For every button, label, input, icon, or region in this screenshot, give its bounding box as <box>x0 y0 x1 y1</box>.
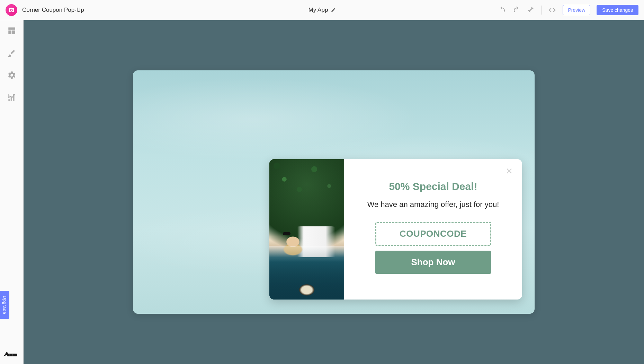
app-name-group: My App <box>308 7 336 14</box>
svg-point-2 <box>9 355 10 356</box>
analytics-icon[interactable] <box>7 93 16 102</box>
page-title: Corner Coupon Pop-Up <box>22 7 84 14</box>
popup-image-sunglasses <box>283 232 290 235</box>
mascot-icon <box>2 347 19 357</box>
close-icon <box>506 167 513 174</box>
topbar-left: Corner Coupon Pop-Up <box>6 4 84 16</box>
preview-stage[interactable]: 50% Special Deal! We have an amazing off… <box>133 70 535 314</box>
svg-point-3 <box>12 355 13 356</box>
popup-image <box>269 159 344 300</box>
brush-icon[interactable] <box>7 49 16 58</box>
toolbar-separator <box>542 6 542 15</box>
popup-subtitle: We have an amazing offer, just for you! <box>367 199 499 210</box>
upgrade-tab[interactable]: Upgrade <box>0 291 9 319</box>
hammer-icon[interactable] <box>527 6 535 14</box>
popup-title: 50% Special Deal! <box>389 181 477 192</box>
app-logo[interactable] <box>6 4 17 16</box>
code-icon[interactable] <box>548 6 556 14</box>
undo-icon[interactable] <box>498 6 506 14</box>
layout-icon[interactable] <box>7 26 16 35</box>
logo-icon <box>8 7 15 13</box>
shop-now-button[interactable]: Shop Now <box>375 251 491 274</box>
redo-icon[interactable] <box>512 6 521 14</box>
save-button[interactable]: Save changes <box>597 5 638 15</box>
popup-close-button[interactable] <box>504 165 515 176</box>
coupon-popup: 50% Special Deal! We have an amazing off… <box>269 159 522 300</box>
popup-body: 50% Special Deal! We have an amazing off… <box>344 159 522 300</box>
topbar: Corner Coupon Pop-Up My App Preview Save… <box>0 0 644 20</box>
preview-button[interactable]: Preview <box>563 5 590 15</box>
topbar-right: Preview Save changes <box>498 5 638 15</box>
gear-icon[interactable] <box>7 71 16 80</box>
edit-icon[interactable] <box>331 8 336 12</box>
app-name: My App <box>308 7 328 14</box>
coupon-code-box[interactable]: COUPONCODE <box>375 222 491 246</box>
popup-image-person <box>275 226 338 257</box>
canvas: 50% Special Deal! We have an amazing off… <box>24 20 644 364</box>
